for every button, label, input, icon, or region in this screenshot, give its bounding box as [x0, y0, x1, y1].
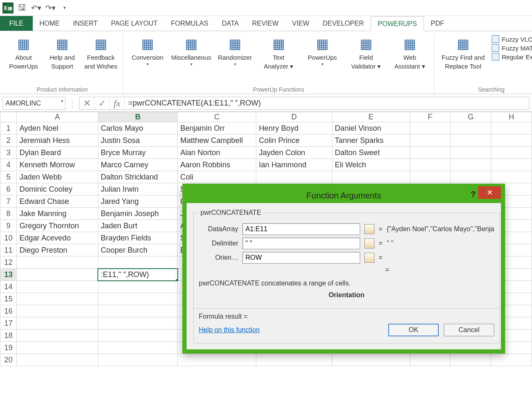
cell-H3[interactable] — [491, 147, 532, 159]
row-header-16[interactable]: 16 — [0, 305, 17, 317]
ok-button[interactable]: OK — [388, 324, 439, 336]
cell-C1[interactable]: Benjamin Orr — [178, 122, 256, 135]
cell-A14[interactable] — [17, 281, 98, 293]
cell-A16[interactable] — [17, 305, 98, 317]
cell-G3[interactable] — [450, 147, 491, 159]
cell-A11[interactable]: Diego Preston — [17, 244, 98, 256]
cell-B20[interactable] — [98, 354, 177, 366]
product-info-btn-0[interactable]: ▦AboutPowerUps — [5, 33, 42, 70]
row-header-8[interactable]: 8 — [0, 208, 17, 220]
cell-B16[interactable] — [98, 305, 177, 317]
cell-B5[interactable]: Dalton Strickland — [98, 171, 177, 183]
tab-file[interactable]: FILE — [0, 16, 33, 31]
search-side-item-0[interactable]: Fuzzy VLOO — [492, 35, 532, 43]
cell-B10[interactable]: Brayden Fields — [98, 232, 177, 244]
cell-D3[interactable]: Jayden Colon — [256, 147, 332, 159]
cell-A13[interactable] — [17, 269, 98, 281]
cell-A3[interactable]: Dylan Beard — [17, 147, 98, 159]
column-header-H[interactable]: H — [491, 112, 532, 122]
cell-A17[interactable] — [17, 317, 98, 330]
cell-B8[interactable]: Benjamin Joseph — [98, 208, 177, 220]
powerup-func-btn-4[interactable]: ▦PowerUps▾ — [301, 33, 343, 67]
cell-D4[interactable]: Ian Hammond — [256, 159, 332, 171]
help-icon[interactable]: ? — [471, 190, 476, 199]
cell-E20[interactable] — [332, 354, 410, 366]
select-all-corner[interactable] — [0, 112, 17, 122]
tab-data[interactable]: DATA — [215, 16, 245, 31]
cell-E2[interactable]: Tanner Sparks — [332, 135, 410, 147]
row-header-15[interactable]: 15 — [0, 293, 17, 305]
product-info-btn-1[interactable]: ▦Help andSupport — [44, 33, 81, 70]
enter-formula-icon[interactable]: ✓ — [95, 97, 110, 109]
cell-B11[interactable]: Cooper Burch — [98, 244, 177, 256]
powerup-func-btn-6[interactable]: ▦WebAssistant ▾ — [389, 33, 431, 70]
column-header-G[interactable]: G — [450, 112, 491, 122]
tab-review[interactable]: REVIEW — [245, 16, 285, 31]
cell-C20[interactable] — [178, 354, 256, 366]
cell-B2[interactable]: Justin Sosa — [98, 135, 177, 147]
cell-A19[interactable] — [17, 342, 98, 354]
cell-A15[interactable] — [17, 293, 98, 305]
row-header-12[interactable]: 12 — [0, 256, 17, 269]
range-picker-icon[interactable] — [364, 224, 374, 234]
cell-G2[interactable] — [450, 135, 491, 147]
cell-D5[interactable] — [256, 171, 332, 183]
cell-H5[interactable] — [491, 171, 532, 183]
tab-home[interactable]: HOME — [33, 16, 66, 31]
tab-formulas[interactable]: FORMULAS — [164, 16, 215, 31]
cell-G4[interactable] — [450, 159, 491, 171]
name-box[interactable]: AMORLINC ▼ — [3, 97, 66, 110]
row-header-19[interactable]: 19 — [0, 342, 17, 354]
powerup-func-btn-0[interactable]: ▦Conversion▾ — [126, 33, 169, 67]
cell-B17[interactable] — [98, 317, 177, 330]
search-side-item-2[interactable]: Regular Exp — [492, 53, 532, 61]
tab-powerups[interactable]: POWERUPS — [371, 16, 424, 31]
cell-B13[interactable]: :E11," ",ROW) — [98, 269, 177, 281]
cell-H4[interactable] — [491, 159, 532, 171]
cell-B1[interactable]: Carlos Mayo — [98, 122, 177, 135]
cell-A8[interactable]: Jake Manning — [17, 208, 98, 220]
tab-developer[interactable]: DEVELOPER — [316, 16, 371, 31]
row-header-14[interactable]: 14 — [0, 281, 17, 293]
row-header-10[interactable]: 10 — [0, 232, 17, 244]
save-icon[interactable]: 🖫 — [16, 2, 28, 14]
cell-E4[interactable]: Eli Welch — [332, 159, 410, 171]
row-header-5[interactable]: 5 — [0, 171, 17, 183]
row-header-13[interactable]: 13 — [0, 269, 17, 281]
cell-H20[interactable] — [491, 354, 532, 366]
arg-input-dataarray[interactable] — [242, 223, 360, 235]
tab-pdf[interactable]: PDF — [424, 16, 451, 31]
cell-A6[interactable]: Dominic Cooley — [17, 183, 98, 195]
cell-B3[interactable]: Bryce Murray — [98, 147, 177, 159]
row-header-17[interactable]: 17 — [0, 317, 17, 330]
fuzzy-find-replace-button[interactable]: ▦Fuzzy Find andReplace Tool — [438, 33, 488, 70]
cell-A1[interactable]: Ayden Noel — [17, 122, 98, 135]
range-picker-icon[interactable] — [364, 253, 374, 263]
cell-C3[interactable]: Alan Norton — [178, 147, 256, 159]
search-side-item-1[interactable]: Fuzzy MAT — [492, 44, 532, 52]
column-header-B[interactable]: B — [98, 112, 177, 122]
range-picker-icon[interactable] — [364, 238, 374, 248]
cell-B7[interactable]: Jared Yang — [98, 195, 177, 208]
cell-A4[interactable]: Kenneth Morrow — [17, 159, 98, 171]
cell-B15[interactable] — [98, 293, 177, 305]
cell-F1[interactable] — [410, 122, 450, 135]
row-header-2[interactable]: 2 — [0, 135, 17, 147]
row-header-9[interactable]: 9 — [0, 220, 17, 232]
arg-input-delimiter[interactable] — [242, 238, 360, 249]
cell-E5[interactable] — [332, 171, 410, 183]
cell-A12[interactable] — [17, 256, 98, 269]
undo-icon[interactable]: ↶▾ — [30, 2, 42, 14]
powerup-func-btn-1[interactable]: ▦Miscellaneous▾ — [170, 33, 212, 67]
cell-B4[interactable]: Marco Carney — [98, 159, 177, 171]
cell-F2[interactable] — [410, 135, 450, 147]
cancel-button[interactable]: Cancel — [444, 324, 494, 336]
help-on-function-link[interactable]: Help on this function — [199, 326, 260, 334]
dialog-title-bar[interactable]: Function Arguments ? ✕ — [187, 188, 501, 203]
cell-E3[interactable]: Dalton Sweet — [332, 147, 410, 159]
cell-H1[interactable] — [491, 122, 532, 135]
column-header-E[interactable]: E — [332, 112, 410, 122]
powerup-func-btn-5[interactable]: ▦FieldValidator ▾ — [345, 33, 387, 70]
cell-B19[interactable] — [98, 342, 177, 354]
row-header-18[interactable]: 18 — [0, 330, 17, 342]
